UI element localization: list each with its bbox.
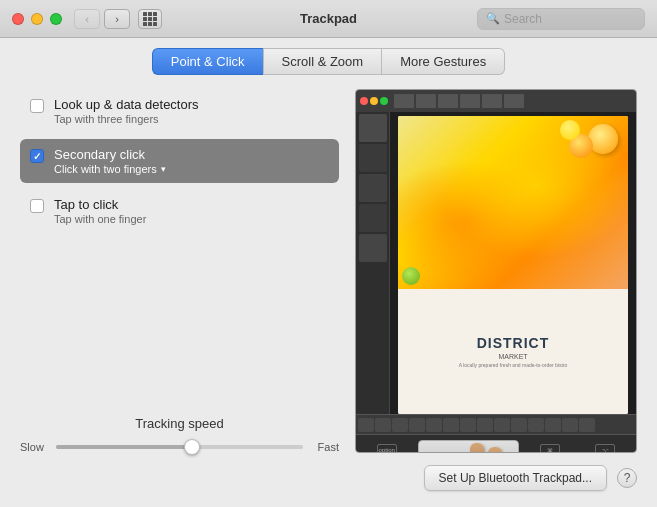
- tab-more-gestures[interactable]: More Gestures: [382, 48, 505, 75]
- close-button[interactable]: [12, 13, 24, 25]
- district-tagline: A locally prepared fresh and made-to-ord…: [459, 362, 568, 368]
- preview-main-content: DISTRICT MARKET A locally prepared fresh…: [390, 112, 636, 414]
- preview-sidebar-thumb2: [359, 144, 387, 172]
- option-key-right: ⌥: [595, 444, 615, 453]
- slider-container: Slow Fast: [20, 441, 339, 453]
- option-lookup-subtitle: Tap with three fingers: [54, 113, 199, 125]
- grid-icon: [143, 12, 157, 26]
- preview-sidebar-thumb4: [359, 204, 387, 232]
- option-tap-to-click-text: Tap to click Tap with one finger: [54, 197, 146, 225]
- window-title: Trackpad: [300, 11, 357, 26]
- preview-option-right: ⌥ option: [580, 444, 630, 453]
- checkbox-tap-to-click[interactable]: [30, 199, 44, 213]
- forward-button[interactable]: ›: [104, 9, 130, 29]
- slider-fill: [56, 445, 192, 449]
- traffic-lights: [12, 13, 62, 25]
- back-button[interactable]: ‹: [74, 9, 100, 29]
- toolbar-item7: [460, 418, 476, 432]
- district-fruits-area: [398, 116, 628, 289]
- toolbar-item6: [443, 418, 459, 432]
- command-key-right: ⌘: [540, 444, 560, 453]
- preview-sidebar: [356, 112, 390, 414]
- preview-toolbar-item: [438, 94, 458, 108]
- toolbar-item9: [494, 418, 510, 432]
- preview-toolbar-item: [460, 94, 480, 108]
- preview-toolbar-item: [394, 94, 414, 108]
- bluetooth-trackpad-button[interactable]: Set Up Bluetooth Trackpad...: [424, 465, 607, 491]
- preview-toolbar: [356, 414, 636, 434]
- option-secondary-click[interactable]: Secondary click Click with two fingers ▾: [20, 139, 339, 183]
- preview-top-bar: [356, 90, 636, 112]
- preview-toolbar-item: [416, 94, 436, 108]
- option-key-left: option: [377, 444, 397, 453]
- district-title: DISTRICT: [477, 335, 550, 351]
- fruit-lime: [402, 267, 420, 285]
- preview-cmd-left: option command: [362, 444, 412, 453]
- preview-toolbar-item: [504, 94, 524, 108]
- finger-2: [488, 447, 502, 454]
- chevron-right-icon: ›: [115, 13, 119, 25]
- district-card: DISTRICT MARKET A locally prepared fresh…: [398, 116, 628, 414]
- content: Point & Click Scroll & Zoom More Gesture…: [0, 38, 657, 507]
- preview-close-dot: [360, 97, 368, 105]
- option-secondary-click-title: Secondary click: [54, 147, 166, 162]
- search-icon: 🔍: [486, 12, 500, 25]
- tabs: Point & Click Scroll & Zoom More Gesture…: [20, 48, 637, 75]
- slider-thumb[interactable]: [184, 439, 200, 455]
- option-secondary-click-text: Secondary click Click with two fingers ▾: [54, 147, 166, 175]
- toolbar-item13: [562, 418, 578, 432]
- option-lookup-title: Look up & data detectors: [54, 97, 199, 112]
- search-input[interactable]: [504, 12, 636, 26]
- option-tap-to-click[interactable]: Tap to click Tap with one finger: [20, 189, 339, 233]
- preview-cmd-right: ⌘ command: [525, 444, 575, 453]
- maximize-button[interactable]: [50, 13, 62, 25]
- dropdown-arrow-icon: ▾: [161, 164, 166, 174]
- toolbar-item1: [358, 418, 374, 432]
- slider-track[interactable]: [56, 445, 303, 449]
- checkbox-secondary-click[interactable]: [30, 149, 44, 163]
- toolbar-item2: [375, 418, 391, 432]
- fruit-orange1: [588, 124, 618, 154]
- preview-max-dot: [380, 97, 388, 105]
- toolbar-item12: [545, 418, 561, 432]
- preview-bottom-bar: option command ⌘: [356, 434, 636, 453]
- preview-sidebar-thumb3: [359, 174, 387, 202]
- chevron-left-icon: ‹: [85, 13, 89, 25]
- minimize-button[interactable]: [31, 13, 43, 25]
- slider-slow-label: Slow: [20, 441, 48, 453]
- help-button[interactable]: ?: [617, 468, 637, 488]
- titlebar: ‹ › Trackpad 🔍: [0, 0, 657, 38]
- preview-sidebar-thumb5: [359, 234, 387, 262]
- preview-toolbar-item: [482, 94, 502, 108]
- option-tap-to-click-title: Tap to click: [54, 197, 146, 212]
- preview-image: DISTRICT MARKET A locally prepared fresh…: [356, 90, 636, 452]
- preview-body: DISTRICT MARKET A locally prepared fresh…: [356, 112, 636, 414]
- district-text-area: DISTRICT MARKET A locally prepared fresh…: [398, 289, 628, 414]
- tracking-label: Tracking speed: [20, 416, 339, 431]
- tab-scroll-zoom[interactable]: Scroll & Zoom: [263, 48, 383, 75]
- left-panel: Look up & data detectors Tap with three …: [20, 89, 339, 453]
- toolbar-item14: [579, 418, 595, 432]
- option-secondary-click-subtitle[interactable]: Click with two fingers ▾: [54, 163, 166, 175]
- trackpad-graphic: [418, 440, 519, 454]
- toolbar-item3: [392, 418, 408, 432]
- main-area: Look up & data detectors Tap with three …: [20, 89, 637, 453]
- option-tap-to-click-subtitle: Tap with one finger: [54, 213, 146, 225]
- tab-point-click[interactable]: Point & Click: [152, 48, 263, 75]
- toolbar-item11: [528, 418, 544, 432]
- fruit-lemon: [560, 120, 580, 140]
- toolbar-item4: [409, 418, 425, 432]
- toolbar-item10: [511, 418, 527, 432]
- checkbox-lookup[interactable]: [30, 99, 44, 113]
- search-box[interactable]: 🔍: [477, 8, 645, 30]
- preview-min-dot: [370, 97, 378, 105]
- option-lookup-text: Look up & data detectors Tap with three …: [54, 97, 199, 125]
- option-lookup[interactable]: Look up & data detectors Tap with three …: [20, 89, 339, 133]
- toolbar-item5: [426, 418, 442, 432]
- tracking-section: Tracking speed Slow Fast: [20, 406, 339, 453]
- preview-sidebar-thumb1: [359, 114, 387, 142]
- preview-panel: DISTRICT MARKET A locally prepared fresh…: [355, 89, 637, 453]
- fingers-group: [470, 443, 502, 454]
- grid-button[interactable]: [138, 9, 162, 29]
- footer: Set Up Bluetooth Trackpad... ?: [20, 465, 637, 491]
